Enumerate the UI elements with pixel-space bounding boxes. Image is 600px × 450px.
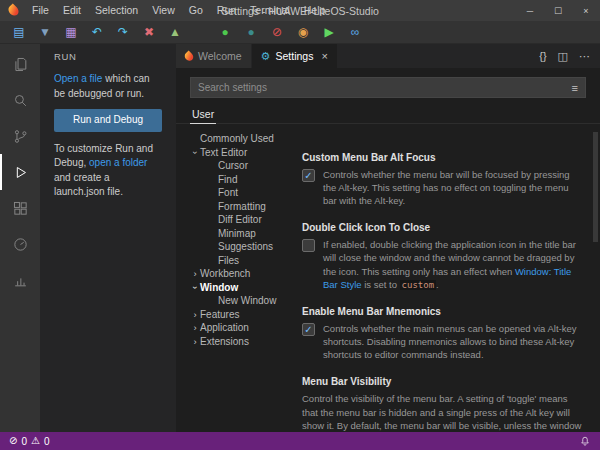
toc-label: Application <box>200 322 249 333</box>
tab-label: Settings <box>275 50 313 62</box>
split-editor-icon[interactable]: ◫ <box>558 51 568 62</box>
toc-item-diff-editor[interactable]: Diff Editor <box>190 213 292 227</box>
filter-icon[interactable]: ≡ <box>572 82 578 94</box>
toc-label: Extensions <box>200 336 249 347</box>
tab-user-scope[interactable]: User <box>190 105 216 124</box>
toc-item-commonly-used[interactable]: Commonly Used <box>190 132 292 146</box>
tab-strip: Welcome⚙Settings× <box>176 44 338 68</box>
compile-icon[interactable]: ● <box>218 26 232 38</box>
more-actions-icon[interactable]: ⋯ <box>579 51 590 62</box>
code-value: custom <box>400 280 437 290</box>
close-window-button[interactable]: × <box>572 0 600 21</box>
setting-double-click-icon-to-close: Double Click Icon To CloseIf enabled, do… <box>302 222 584 291</box>
setting-title: Double Click Icon To Close <box>302 222 584 233</box>
run-and-debug-button[interactable]: Run and Debug <box>54 109 162 132</box>
setting-description: Controls whether the menu bar will be fo… <box>323 168 584 207</box>
burn-icon[interactable]: ◉ <box>296 26 310 38</box>
open-settings-json-icon[interactable]: {} <box>539 51 546 62</box>
checkbox[interactable] <box>302 239 315 252</box>
toc-label: Minimap <box>218 228 256 239</box>
customize-hint-text: To customize Run and Debug, open a folde… <box>54 142 162 200</box>
toc-item-extensions[interactable]: ›Extensions <box>190 335 292 349</box>
new-file-icon[interactable]: ▤ <box>12 26 26 38</box>
toc-item-find[interactable]: Find <box>190 173 292 187</box>
flame-icon <box>183 50 195 62</box>
scrollbar-thumb[interactable] <box>593 132 598 242</box>
toc-item-workbench[interactable]: ›Workbench <box>190 267 292 281</box>
app-logo-icon <box>6 3 20 17</box>
tree-expanded-arrow-icon: › <box>190 282 201 292</box>
gear-icon: ⚙ <box>261 51 271 62</box>
open-file-link[interactable]: Open a file <box>54 73 102 84</box>
activity-monitor[interactable] <box>0 226 40 262</box>
setting-title: Menu Bar Visibility <box>302 376 584 387</box>
toc-item-suggestions[interactable]: Suggestions <box>190 240 292 254</box>
menu-edit[interactable]: Edit <box>56 0 88 21</box>
activity-source-control[interactable] <box>0 118 40 154</box>
checkbox[interactable]: ✓ <box>302 169 315 182</box>
description-text: is set to <box>362 279 400 290</box>
toc-item-window[interactable]: ›Window <box>190 281 292 295</box>
menu-file[interactable]: File <box>25 0 56 21</box>
tab-settings[interactable]: ⚙Settings× <box>252 44 338 68</box>
close-tab-icon[interactable]: × <box>321 50 327 62</box>
deploy-icon[interactable]: ▲ <box>168 26 182 38</box>
undo-icon[interactable]: ↶ <box>90 26 104 38</box>
error-count: 0 <box>21 436 27 447</box>
activity-search[interactable] <box>0 82 40 118</box>
toc-label: Window <box>200 282 238 293</box>
toc-item-cursor[interactable]: Cursor <box>190 159 292 173</box>
save-icon[interactable]: ▦ <box>64 26 78 38</box>
toc-item-features[interactable]: ›Features <box>190 308 292 322</box>
tree-collapsed-arrow-icon: › <box>190 268 200 279</box>
toc-item-formatting[interactable]: Formatting <box>190 200 292 214</box>
sidebar-title: RUN <box>40 44 176 70</box>
activity-explorer[interactable] <box>0 46 40 82</box>
description-text: . <box>436 279 439 290</box>
checkbox[interactable]: ✓ <box>302 323 315 336</box>
toc-item-files[interactable]: Files <box>190 254 292 268</box>
open-folder-link[interactable]: open a folder <box>89 157 147 168</box>
setting-description: Controls whether the main menus can be o… <box>323 322 584 361</box>
stop-build-icon[interactable]: ⊘ <box>270 26 284 38</box>
toolbar: ▤▼▦↶↷✖▲●●⊘◉▶∞ <box>0 21 600 44</box>
maximize-button[interactable]: ☐ <box>544 0 572 21</box>
toc-item-font[interactable]: Font <box>190 186 292 200</box>
activity-profiler[interactable] <box>0 262 40 298</box>
title-bar: FileEditSelectionViewGoRunTerminalHelp S… <box>0 0 600 21</box>
warnings-icon: ⚠ <box>31 436 40 446</box>
editor-group: Welcome⚙Settings× {}◫⋯ Search settings ≡… <box>176 44 600 432</box>
problems-indicator[interactable]: ⊘ 0 ⚠ 0 <box>9 436 49 447</box>
settings-search-input[interactable]: Search settings ≡ <box>190 77 586 98</box>
run-icon[interactable]: ▶ <box>322 26 336 38</box>
run-hint-text: Open a file which can be debugged or run… <box>54 72 162 101</box>
tree-collapsed-arrow-icon: › <box>190 336 200 347</box>
menu-go[interactable]: Go <box>182 0 210 21</box>
extensions-icon <box>12 200 29 217</box>
menu-view[interactable]: View <box>145 0 182 21</box>
minimize-button[interactable]: ─ <box>516 0 544 21</box>
toc-item-minimap[interactable]: Minimap <box>190 227 292 241</box>
tab-welcome[interactable]: Welcome <box>176 44 252 68</box>
run-sidebar: RUN Open a file which can be debugged or… <box>40 44 176 432</box>
import-icon[interactable]: ▼ <box>38 26 52 38</box>
toc-item-application[interactable]: ›Application <box>190 321 292 335</box>
serial-link-icon[interactable]: ∞ <box>348 26 362 38</box>
activity-bar <box>0 44 40 432</box>
customize-post: and create a launch.json file. <box>54 172 123 198</box>
toc-item-text-editor[interactable]: ›Text Editor <box>190 146 292 160</box>
source-control-icon <box>12 128 29 145</box>
activity-extensions[interactable] <box>0 190 40 226</box>
redo-icon[interactable]: ↷ <box>116 26 130 38</box>
toc-label: Features <box>200 309 239 320</box>
toc-item-new-window[interactable]: New Window <box>190 294 292 308</box>
delete-icon[interactable]: ✖ <box>142 26 156 38</box>
toc-label: Formatting <box>218 201 266 212</box>
notifications-bell-icon[interactable] <box>579 435 591 447</box>
files-icon <box>12 56 29 73</box>
status-bar: ⊘ 0 ⚠ 0 <box>0 432 600 450</box>
rebuild-icon[interactable]: ● <box>244 26 258 38</box>
activity-run-debug[interactable] <box>0 154 40 190</box>
tree-collapsed-arrow-icon: › <box>190 309 200 320</box>
menu-selection[interactable]: Selection <box>88 0 145 21</box>
